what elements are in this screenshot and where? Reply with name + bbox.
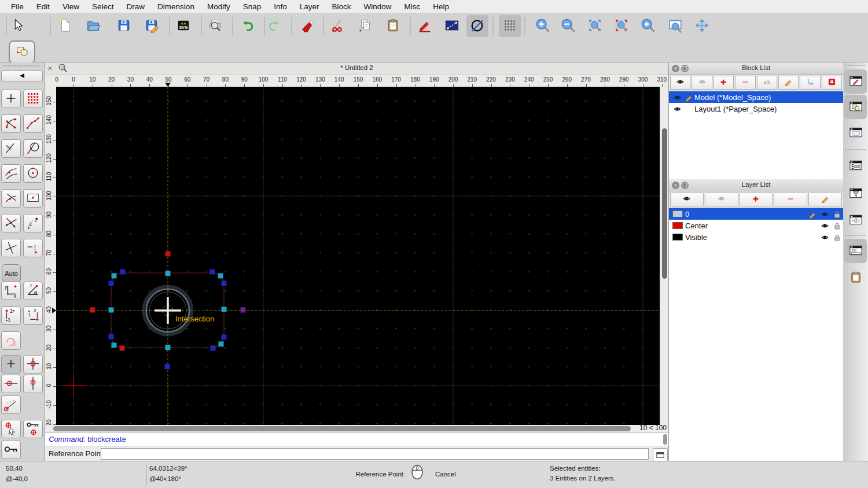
command-history-scrollbar[interactable] xyxy=(663,434,667,445)
menu-snap[interactable]: Snap xyxy=(237,2,268,11)
delete-x-button[interactable] xyxy=(822,76,842,90)
undo-button[interactable] xyxy=(236,15,258,37)
snap-intersection-arc-button[interactable] xyxy=(1,164,21,183)
eye-button[interactable] xyxy=(670,193,704,206)
print-preview-button[interactable] xyxy=(204,15,226,37)
snap-on-entity-button[interactable] xyxy=(23,114,43,133)
select-cursor-button[interactable] xyxy=(7,15,29,37)
zoom-window-button[interactable] xyxy=(664,15,686,37)
pencil-button[interactable] xyxy=(808,193,842,206)
line-two-points-button[interactable] xyxy=(441,15,463,37)
menu-block[interactable]: Block xyxy=(326,2,358,11)
pencil-window-toggle[interactable] xyxy=(844,69,867,94)
snap-auto-button[interactable] xyxy=(1,189,21,208)
paste-button[interactable] xyxy=(382,15,404,37)
menu-draw[interactable]: Draw xyxy=(120,2,152,11)
menu-view[interactable]: View xyxy=(56,2,86,11)
lock-relative-zero-combo-button[interactable] xyxy=(23,420,43,438)
snap-intersection-manual-button[interactable]: 12 xyxy=(23,214,43,232)
zoom-auto-button[interactable] xyxy=(584,15,606,37)
command-input[interactable] xyxy=(101,448,649,460)
menu-modify[interactable]: Modify xyxy=(201,2,237,11)
command-window-toggle[interactable] xyxy=(844,239,867,263)
snap-perpendicular-button[interactable] xyxy=(1,139,21,158)
circle-tool-button[interactable] xyxy=(466,15,488,37)
layer-list-item[interactable]: 0 xyxy=(669,208,843,220)
zoom-in-button[interactable] xyxy=(532,15,554,37)
restrict-horizontal-button[interactable] xyxy=(1,375,21,393)
snap-auto-button[interactable]: Auto xyxy=(2,264,21,282)
delete-entity-button[interactable] xyxy=(296,15,318,37)
set-relative-zero-button[interactable] xyxy=(1,420,21,438)
restrict-vertical-button[interactable] xyxy=(23,375,43,393)
draw-pencil-button[interactable] xyxy=(414,15,436,37)
svg-export-button[interactable]: SVG xyxy=(172,15,194,37)
snap-grid-button[interactable] xyxy=(23,90,43,108)
snap-intersection-button[interactable] xyxy=(1,214,21,232)
snap-reference-button[interactable] xyxy=(23,189,43,208)
vertical-scrollbar-thumb[interactable] xyxy=(662,128,667,279)
lock-icon[interactable] xyxy=(831,210,843,219)
cut-button[interactable]: + xyxy=(327,15,349,37)
coord-cartesian-button[interactable]: yx xyxy=(1,282,21,300)
menu-file[interactable]: File xyxy=(5,2,30,11)
menu-info[interactable]: Info xyxy=(267,2,293,11)
eye-off-button[interactable] xyxy=(705,193,738,206)
palette-back-button[interactable] xyxy=(1,71,43,82)
horizontal-scrollbar-thumb[interactable] xyxy=(53,426,631,431)
new-file-button[interactable] xyxy=(54,15,76,37)
eye-off-button[interactable] xyxy=(692,76,712,90)
layer-list-item[interactable]: Visible xyxy=(669,231,843,243)
grid-toggle-button[interactable] xyxy=(499,15,521,37)
snap-none-button[interactable]: ! xyxy=(23,239,43,257)
ortho-left-button[interactable]: 21 xyxy=(1,306,21,325)
menu-select[interactable]: Select xyxy=(86,2,120,11)
ortho-right-button[interactable]: 21 xyxy=(23,306,43,325)
shapes-window-toggle[interactable] xyxy=(844,95,867,119)
pencil-button[interactable] xyxy=(778,76,799,90)
menu-help[interactable]: Help xyxy=(426,2,455,11)
pencil-icon[interactable] xyxy=(683,93,694,102)
command-options-button[interactable] xyxy=(653,448,668,461)
previous-view-button[interactable] xyxy=(637,15,659,37)
restrict-orthogonal-button[interactable] xyxy=(1,331,21,350)
plus-button[interactable] xyxy=(740,193,773,206)
save-button[interactable] xyxy=(113,15,135,37)
clipboard-window-toggle[interactable] xyxy=(844,265,867,290)
block-list-item[interactable]: Layout1 (*Paper_Space) xyxy=(669,103,843,114)
open-file-button[interactable] xyxy=(82,15,104,37)
entity-selection-tool-button[interactable] xyxy=(9,40,35,64)
menu-edit[interactable]: Edit xyxy=(30,2,56,11)
lock-relative-zero-button[interactable] xyxy=(1,441,21,459)
minus-button[interactable] xyxy=(774,193,807,206)
lock-icon[interactable] xyxy=(831,233,843,242)
angle-gauge-button[interactable] xyxy=(1,395,21,414)
block-list-item[interactable]: Model (*Model_Space) xyxy=(669,91,843,103)
eye-icon[interactable] xyxy=(819,221,831,230)
menu-layer[interactable]: Layer xyxy=(293,2,326,11)
pencil-icon[interactable] xyxy=(807,210,819,219)
eye-icon[interactable] xyxy=(819,210,831,219)
zoom-selection-button[interactable] xyxy=(610,15,632,37)
save-as-button[interactable] xyxy=(141,15,163,37)
eye-icon[interactable] xyxy=(819,233,831,242)
coord-polar-button[interactable]: ra xyxy=(23,282,43,300)
insert-button[interactable] xyxy=(800,76,820,90)
list-window-toggle[interactable] xyxy=(844,154,867,178)
layer-list-item[interactable]: Center xyxy=(669,220,843,231)
lock-icon[interactable] xyxy=(831,221,843,230)
menu-window[interactable]: Window xyxy=(358,2,398,11)
speaker-window-toggle[interactable] xyxy=(844,208,867,232)
menu-misc[interactable]: Misc xyxy=(398,2,427,11)
zoom-out-button[interactable] xyxy=(557,15,579,37)
menu-dimension[interactable]: Dimension xyxy=(151,2,201,11)
snap-endpoints-button[interactable] xyxy=(1,114,21,133)
snap-center-button[interactable] xyxy=(23,164,43,183)
restrict-both-button[interactable] xyxy=(23,355,43,374)
copy-button[interactable]: + xyxy=(354,15,376,37)
vertical-scrollbar[interactable] xyxy=(660,87,668,425)
drawing-canvas[interactable]: Intersection xyxy=(56,87,660,425)
snap-free-button[interactable] xyxy=(1,90,21,108)
snap-tangent-button[interactable] xyxy=(23,139,43,158)
plus-button[interactable] xyxy=(713,76,734,90)
